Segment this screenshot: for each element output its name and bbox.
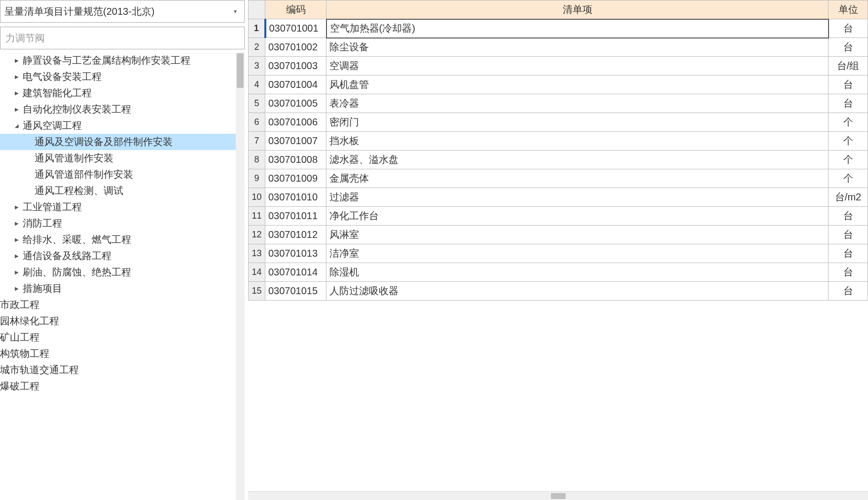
row-number[interactable]: 4 [249, 76, 265, 94]
spec-dropdown[interactable]: 呈量清单项目计量规范(2013-北京) ▾ [0, 0, 245, 23]
caret-right-icon[interactable]: ▶ [13, 204, 21, 210]
cell-code[interactable]: 030701008 [265, 151, 326, 169]
cell-code[interactable]: 030701007 [265, 132, 326, 151]
table-row[interactable]: 9030701009金属壳体个 [249, 169, 868, 188]
cell-item[interactable]: 净化工作台 [326, 207, 829, 226]
tree-item[interactable]: 构筑物工程 [0, 346, 236, 362]
cell-unit[interactable]: 台 [829, 38, 868, 57]
table-row[interactable]: 12030701012风淋室台 [249, 226, 868, 244]
table-row[interactable]: 5030701005表冷器台 [249, 94, 868, 113]
cell-unit[interactable]: 台 [829, 94, 868, 113]
tree-scrollbar[interactable] [236, 52, 245, 500]
tree-item[interactable]: ▶通信设备及线路工程 [0, 248, 236, 264]
cell-code[interactable]: 030701010 [265, 188, 326, 207]
caret-right-icon[interactable]: ▶ [13, 58, 21, 63]
table-row[interactable]: 13030701013洁净室台 [249, 244, 868, 263]
items-grid[interactable]: 编码 清单项 单位 1030701001空气加热器(冷却器)台203070100… [248, 0, 868, 301]
cell-code[interactable]: 030701001 [265, 19, 326, 38]
tree-item[interactable]: 通风管道制作安装 [0, 150, 236, 166]
tree-item[interactable]: ▶静置设备与工艺金属结构制作安装工程 [0, 52, 236, 69]
cell-unit[interactable]: 台 [829, 76, 868, 94]
row-number[interactable]: 5 [249, 94, 265, 113]
search-input[interactable] [5, 33, 239, 44]
cell-unit[interactable]: 个 [829, 132, 868, 151]
table-row[interactable]: 15030701015人防过滤吸收器台 [249, 282, 868, 301]
row-number[interactable]: 3 [249, 57, 265, 76]
cell-code[interactable]: 030701004 [265, 76, 326, 94]
table-row[interactable]: 14030701014除湿机台 [249, 263, 868, 282]
cell-unit[interactable]: 个 [829, 151, 868, 169]
caret-right-icon[interactable]: ▶ [13, 286, 21, 291]
cell-item[interactable]: 人防过滤吸收器 [326, 282, 829, 301]
col-header-item[interactable]: 清单项 [326, 0, 829, 19]
cell-code[interactable]: 030701013 [265, 244, 326, 263]
table-row[interactable]: 3030701003空调器台/组 [249, 57, 868, 76]
cell-code[interactable]: 030701009 [265, 169, 326, 188]
caret-right-icon[interactable]: ▶ [13, 237, 21, 242]
tree-item[interactable]: 通风管道部件制作安装 [0, 166, 236, 183]
table-row[interactable]: 8030701008滤水器、溢水盘个 [249, 151, 868, 169]
table-row[interactable]: 4030701004风机盘管台 [249, 76, 868, 94]
cell-item[interactable]: 金属壳体 [326, 169, 829, 188]
search-box[interactable] [0, 27, 245, 49]
cell-unit[interactable]: 台 [829, 207, 868, 226]
cell-item[interactable]: 风淋室 [326, 226, 829, 244]
row-number[interactable]: 12 [249, 226, 265, 244]
table-row[interactable]: 11030701011净化工作台台 [249, 207, 868, 226]
tree-item[interactable]: 爆破工程 [0, 378, 236, 394]
cell-unit[interactable]: 台 [829, 19, 868, 38]
row-number[interactable]: 13 [249, 244, 265, 263]
cell-code[interactable]: 030701002 [265, 38, 326, 57]
grid-hscrollbar-thumb[interactable] [551, 493, 566, 499]
tree-item[interactable]: 通风工程检测、调试 [0, 183, 236, 199]
row-number[interactable]: 7 [249, 132, 265, 151]
cell-item[interactable]: 过滤器 [326, 188, 829, 207]
cell-unit[interactable]: 台/组 [829, 57, 868, 76]
caret-right-icon[interactable]: ▶ [13, 74, 21, 79]
caret-down-icon[interactable]: ◢ [13, 123, 21, 128]
tree-item[interactable]: ▶工业管道工程 [0, 199, 236, 215]
table-row[interactable]: 2030701002除尘设备台 [249, 38, 868, 57]
tree-scrollbar-thumb[interactable] [237, 53, 244, 88]
cell-code[interactable]: 030701005 [265, 94, 326, 113]
tree-item[interactable]: ▶给排水、采暖、燃气工程 [0, 231, 236, 248]
cell-code[interactable]: 030701003 [265, 57, 326, 76]
table-row[interactable]: 1030701001空气加热器(冷却器)台 [249, 19, 868, 38]
cell-unit[interactable]: 台/m2 [829, 188, 868, 207]
tree-item[interactable]: 矿山工程 [0, 329, 236, 346]
cell-code[interactable]: 030701006 [265, 113, 326, 132]
cell-unit[interactable]: 个 [829, 169, 868, 188]
cell-item[interactable]: 风机盘管 [326, 76, 829, 94]
caret-right-icon[interactable]: ▶ [13, 90, 21, 96]
tree-item[interactable]: ▶自动化控制仪表安装工程 [0, 101, 236, 117]
tree-item[interactable]: 园林绿化工程 [0, 313, 236, 329]
grid-hscrollbar[interactable] [248, 491, 868, 500]
row-number[interactable]: 9 [249, 169, 265, 188]
table-row[interactable]: 10030701010过滤器台/m2 [249, 188, 868, 207]
cell-code[interactable]: 030701015 [265, 282, 326, 301]
cell-item[interactable]: 滤水器、溢水盘 [326, 151, 829, 169]
cell-unit[interactable]: 台 [829, 282, 868, 301]
row-number[interactable]: 8 [249, 151, 265, 169]
cell-item[interactable]: 空调器 [326, 57, 829, 76]
grid-corner[interactable] [249, 0, 265, 19]
caret-right-icon[interactable]: ▶ [13, 253, 21, 259]
cell-unit[interactable]: 个 [829, 113, 868, 132]
row-number[interactable]: 10 [249, 188, 265, 207]
row-number[interactable]: 6 [249, 113, 265, 132]
table-row[interactable]: 7030701007挡水板个 [249, 132, 868, 151]
row-number[interactable]: 15 [249, 282, 265, 301]
tree-item[interactable]: ▶电气设备安装工程 [0, 69, 236, 85]
tree-item[interactable]: 城市轨道交通工程 [0, 362, 236, 378]
col-header-unit[interactable]: 单位 [829, 0, 868, 19]
row-number[interactable]: 14 [249, 263, 265, 282]
cell-item[interactable]: 密闭门 [326, 113, 829, 132]
cell-unit[interactable]: 台 [829, 263, 868, 282]
col-header-code[interactable]: 编码 [265, 0, 326, 19]
caret-right-icon[interactable]: ▶ [13, 107, 21, 112]
row-number[interactable]: 2 [249, 38, 265, 57]
cell-item[interactable]: 空气加热器(冷却器) [326, 19, 829, 38]
cell-item[interactable]: 除尘设备 [326, 38, 829, 57]
caret-right-icon[interactable]: ▶ [13, 221, 21, 226]
cell-unit[interactable]: 台 [829, 226, 868, 244]
